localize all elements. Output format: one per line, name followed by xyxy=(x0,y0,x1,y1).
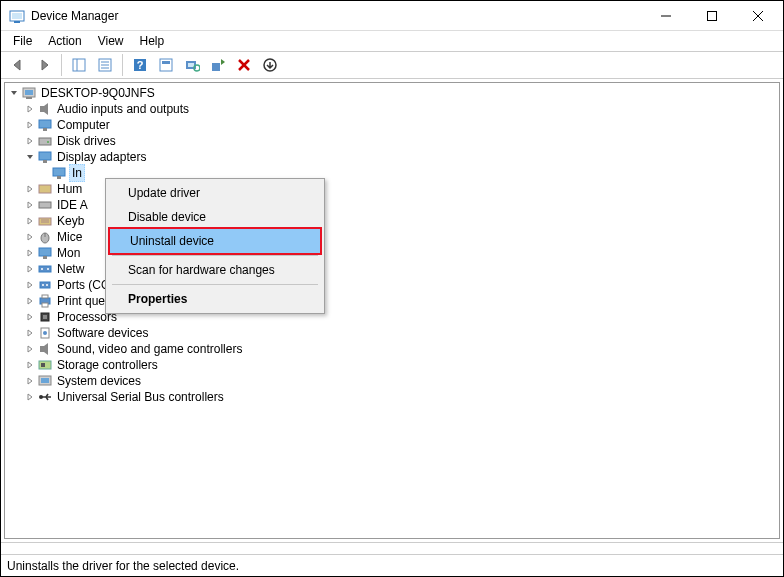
chevron-right-icon[interactable] xyxy=(23,309,37,325)
close-button[interactable] xyxy=(735,2,781,30)
tree-label: IDE A xyxy=(55,197,90,213)
chevron-down-icon[interactable] xyxy=(7,85,21,101)
tree-computer[interactable]: Computer xyxy=(7,117,777,133)
properties-button[interactable] xyxy=(93,53,117,77)
uninstall-button[interactable] xyxy=(232,53,256,77)
svg-point-57 xyxy=(43,331,47,335)
menu-action[interactable]: Action xyxy=(40,32,89,50)
device-tree-panel: DESKTOP-9Q0JNFS Audio inputs and outputs… xyxy=(4,82,780,539)
chevron-right-icon[interactable] xyxy=(23,325,37,341)
toolbar-separator xyxy=(122,54,123,76)
usb-icon xyxy=(37,389,53,405)
svg-rect-7 xyxy=(73,59,85,71)
context-separator xyxy=(112,255,318,256)
tree-audio[interactable]: Audio inputs and outputs xyxy=(7,101,777,117)
context-update-driver[interactable]: Update driver xyxy=(108,181,322,205)
audio-icon xyxy=(37,101,53,117)
scan-hardware-button[interactable] xyxy=(180,53,204,77)
context-menu: Update driver Disable device Uninstall d… xyxy=(105,178,325,314)
context-disable-device[interactable]: Disable device xyxy=(108,205,322,229)
minimize-button[interactable] xyxy=(643,2,689,30)
tree-label: Disk drives xyxy=(55,133,118,149)
svg-point-47 xyxy=(47,268,49,270)
svg-rect-36 xyxy=(39,185,51,193)
tree-sound[interactable]: Sound, video and game controllers xyxy=(7,341,777,357)
forward-button[interactable] xyxy=(32,53,56,77)
chevron-right-icon[interactable] xyxy=(23,101,37,117)
chevron-right-icon[interactable] xyxy=(23,373,37,389)
tree-usb[interactable]: Universal Serial Bus controllers xyxy=(7,389,777,405)
menu-file[interactable]: File xyxy=(5,32,40,50)
port-icon xyxy=(37,277,53,293)
tree-software[interactable]: Software devices xyxy=(7,325,777,341)
toolbar-separator xyxy=(61,54,62,76)
keyboard-icon xyxy=(37,213,53,229)
chevron-right-icon[interactable] xyxy=(23,181,37,197)
monitor-icon xyxy=(37,117,53,133)
svg-rect-45 xyxy=(39,266,51,272)
svg-rect-27 xyxy=(40,106,44,112)
system-icon xyxy=(37,373,53,389)
chevron-right-icon[interactable] xyxy=(23,117,37,133)
chevron-right-icon[interactable] xyxy=(23,341,37,357)
back-button[interactable] xyxy=(6,53,30,77)
svg-rect-34 xyxy=(53,168,65,176)
svg-rect-4 xyxy=(708,11,717,20)
chevron-right-icon[interactable] xyxy=(23,229,37,245)
svg-rect-62 xyxy=(41,378,49,383)
disable-button[interactable] xyxy=(258,53,282,77)
toolbar: ? xyxy=(1,51,783,79)
network-icon xyxy=(37,261,53,277)
tree-label: Mice xyxy=(55,229,84,245)
chevron-right-icon[interactable] xyxy=(23,389,37,405)
action-button[interactable] xyxy=(154,53,178,77)
chevron-right-icon[interactable] xyxy=(23,357,37,373)
tree-label: System devices xyxy=(55,373,143,389)
software-icon xyxy=(37,325,53,341)
window-controls xyxy=(643,2,781,30)
tree-label: Software devices xyxy=(55,325,150,341)
chevron-right-icon[interactable] xyxy=(23,245,37,261)
context-uninstall-device[interactable]: Uninstall device xyxy=(108,227,322,255)
menubar: File Action View Help xyxy=(1,31,783,51)
chevron-right-icon[interactable] xyxy=(23,261,37,277)
context-properties[interactable]: Properties xyxy=(108,287,322,311)
sound-icon xyxy=(37,341,53,357)
chevron-right-icon[interactable] xyxy=(23,213,37,229)
computer-icon xyxy=(21,85,37,101)
context-scan-hardware[interactable]: Scan for hardware changes xyxy=(108,258,322,282)
window-title: Device Manager xyxy=(31,9,643,23)
tree-display[interactable]: Display adapters xyxy=(7,149,777,165)
storage-icon xyxy=(37,357,53,373)
tree-disk[interactable]: Disk drives xyxy=(7,133,777,149)
chevron-right-icon[interactable] xyxy=(23,277,37,293)
tree-system[interactable]: System devices xyxy=(7,373,777,389)
tree-storage[interactable]: Storage controllers xyxy=(7,357,777,373)
menu-view[interactable]: View xyxy=(90,32,132,50)
svg-point-50 xyxy=(46,284,48,286)
chevron-down-icon[interactable] xyxy=(23,149,37,165)
help-button[interactable]: ? xyxy=(128,53,152,77)
svg-rect-52 xyxy=(42,295,48,298)
svg-rect-32 xyxy=(39,152,51,160)
tree-label: Universal Serial Bus controllers xyxy=(55,389,226,405)
statusbar-text: Uninstalls the driver for the selected d… xyxy=(7,559,239,573)
svg-point-49 xyxy=(42,284,44,286)
svg-rect-35 xyxy=(57,176,61,179)
svg-rect-26 xyxy=(26,97,32,99)
maximize-button[interactable] xyxy=(689,2,735,30)
svg-rect-55 xyxy=(43,315,47,319)
update-driver-button[interactable] xyxy=(206,53,230,77)
chevron-right-icon[interactable] xyxy=(23,293,37,309)
show-hide-tree-button[interactable] xyxy=(67,53,91,77)
svg-point-46 xyxy=(41,268,43,270)
context-separator xyxy=(112,284,318,285)
chevron-right-icon[interactable] xyxy=(23,197,37,213)
tree-root-label: DESKTOP-9Q0JNFS xyxy=(39,85,157,101)
tree-root[interactable]: DESKTOP-9Q0JNFS xyxy=(7,85,777,101)
svg-rect-53 xyxy=(42,303,48,307)
chevron-right-icon[interactable] xyxy=(23,133,37,149)
svg-rect-20 xyxy=(212,63,220,71)
menu-help[interactable]: Help xyxy=(132,32,173,50)
titlebar: Device Manager xyxy=(1,1,783,31)
